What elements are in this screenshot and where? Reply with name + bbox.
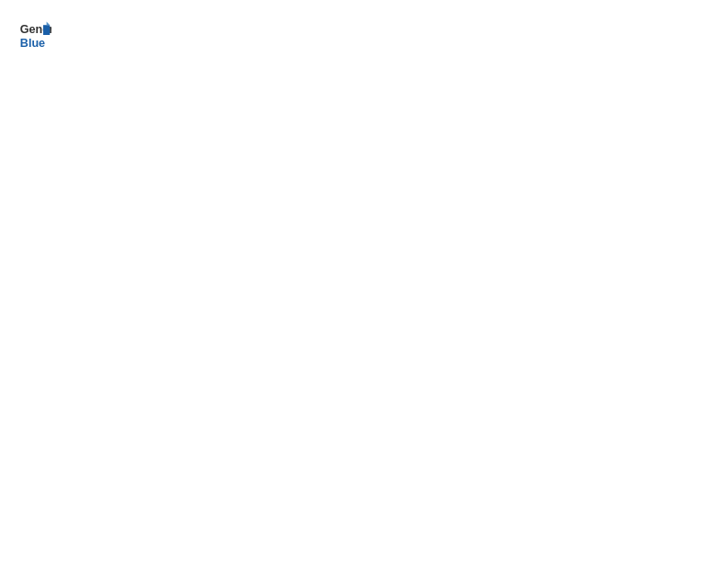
logo: General Blue: [18, 18, 57, 52]
svg-marker-2: [43, 25, 50, 35]
svg-text:Blue: Blue: [20, 37, 45, 50]
page-header: General Blue: [18, 18, 710, 52]
logo-icon: General Blue: [18, 18, 51, 52]
